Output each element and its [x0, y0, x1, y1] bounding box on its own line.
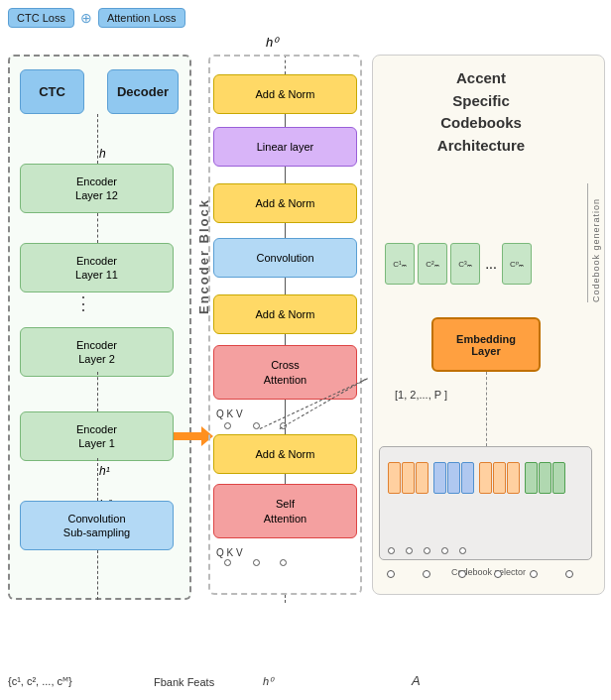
sel-box-o5 [493, 462, 506, 494]
codebook-selector-area [379, 446, 592, 560]
cb-dots: ... [483, 256, 499, 272]
bottom-circle-3 [458, 570, 466, 578]
h-label: h [99, 147, 106, 161]
top-labels: CTC Loss ⊕ Attention Loss [8, 8, 185, 28]
sel-box-b3 [461, 462, 474, 494]
decoder-box: Decoder [107, 69, 179, 114]
sel-group-4 [525, 462, 565, 494]
bottom-circle-2 [423, 570, 430, 578]
connector-2 [97, 213, 99, 243]
sel-box-o3 [416, 462, 428, 494]
addnorm-1-box: Add & Norm [213, 74, 357, 114]
plus-icon: ⊕ [80, 10, 92, 26]
circle-2 [406, 547, 413, 554]
addnorm-2-box: Add & Norm [213, 183, 357, 223]
circle-5 [459, 547, 466, 554]
ctc-box: CTC [20, 69, 84, 114]
a-bottom-label: A [412, 673, 421, 688]
title-codebooks: Codebooks [392, 112, 570, 135]
sel-box-g3 [552, 462, 565, 494]
tf-conn-3 [285, 223, 287, 238]
embedding-layer-box: Embedding Layer [431, 317, 541, 372]
sel-box-g1 [525, 462, 538, 494]
circle-4 [441, 547, 448, 554]
connector-1 [97, 114, 99, 164]
codebook-gen-label: Codebook generation [587, 183, 601, 302]
connector-3 [97, 372, 99, 411]
right-title: Accent Specific Codebooks Architecture [392, 67, 570, 157]
title-accent: Accent [392, 67, 570, 90]
sel-group-3 [479, 462, 520, 494]
attention-loss-label: Attention Loss [98, 8, 185, 28]
circle-q-self [224, 559, 231, 566]
circle-q-cross [224, 422, 231, 429]
bottom-circles-row [387, 570, 573, 578]
circle-3 [424, 547, 430, 554]
convolution-box: Convolution [213, 238, 357, 278]
selector-row-1 [388, 462, 565, 494]
index-label: [1, 2,..., P ] [395, 389, 447, 401]
connector-4 [97, 458, 99, 501]
codebook-strip: C¹ₘ C²ₘ C³ₘ ... Cᵖₘ [385, 243, 532, 285]
ctc-loss-label: CTC Loss [8, 8, 74, 28]
qkv-self-label: Q K V [216, 547, 243, 558]
tf-conn-7 [285, 474, 287, 484]
bottom-circle-4 [494, 570, 502, 578]
tf-conn-5 [285, 334, 287, 345]
orange-arrow [174, 426, 213, 446]
embed-conn-v [486, 372, 488, 446]
h1-label: h¹ [99, 464, 110, 478]
orange-arrow-body [174, 432, 201, 440]
fbank-label: Fbank Feats [154, 676, 214, 688]
sel-box-o4 [479, 462, 492, 494]
tf-conn-1 [285, 114, 287, 127]
encoder-layer-2: Encoder Layer 2 [20, 327, 174, 377]
title-specific: Specific [392, 90, 570, 113]
title-architecture: Architecture [392, 135, 570, 158]
tf-conn-4 [285, 278, 287, 294]
qkv-cross-label: Q K V [216, 408, 243, 419]
bottom-circle-1 [387, 570, 395, 578]
sel-group-1 [388, 462, 428, 494]
sel-box-g2 [539, 462, 551, 494]
self-attention-box: Self Attention [213, 484, 357, 538]
bottom-circle-6 [565, 570, 573, 578]
linear-layer-box: Linear layer [213, 127, 357, 167]
tf-conn-2 [285, 167, 287, 183]
sel-box-o6 [507, 462, 520, 494]
selector-circles [388, 547, 466, 554]
bottom-conn-enc [97, 550, 99, 600]
encoder-layer-12: Encoder Layer 12 [20, 164, 174, 213]
codebooks-bottom-label: {c¹, c², ..., cᴹ} [8, 675, 72, 688]
encoder-layer-11: Encoder Layer 11 [20, 243, 174, 292]
sel-box-o1 [388, 462, 401, 494]
cb-box-p: Cᵖₘ [502, 243, 532, 285]
main-container: CTC Loss ⊕ Attention Loss h⁰ Encoder Blo… [0, 0, 611, 700]
circle-v-self [280, 559, 287, 566]
sel-box-b2 [447, 462, 460, 494]
h0-top-label: h⁰ [266, 35, 278, 50]
sel-group-2 [433, 462, 474, 494]
sel-box-b1 [433, 462, 446, 494]
cb-box-3: C³ₘ [450, 243, 480, 285]
conv-subsampling-box: Convolution Sub-sampling [20, 501, 174, 550]
cross-attention-box: Cross Attention [213, 345, 357, 400]
cb-box-2: C²ₘ [418, 243, 447, 285]
circle-k-self [253, 559, 260, 566]
encoder-dots: ⋮ [74, 292, 90, 314]
h0-bottom-label: h⁰ [263, 675, 273, 688]
addnorm-4-box: Add & Norm [213, 434, 357, 474]
circle-1 [388, 547, 395, 554]
bottom-conn-tf [285, 595, 287, 603]
bottom-circle-5 [530, 570, 538, 578]
cb-box-1: C¹ₘ [385, 243, 415, 285]
encoder-layer-1: Encoder Layer 1 [20, 411, 174, 461]
sel-box-o2 [402, 462, 415, 494]
addnorm-3-box: Add & Norm [213, 294, 357, 334]
